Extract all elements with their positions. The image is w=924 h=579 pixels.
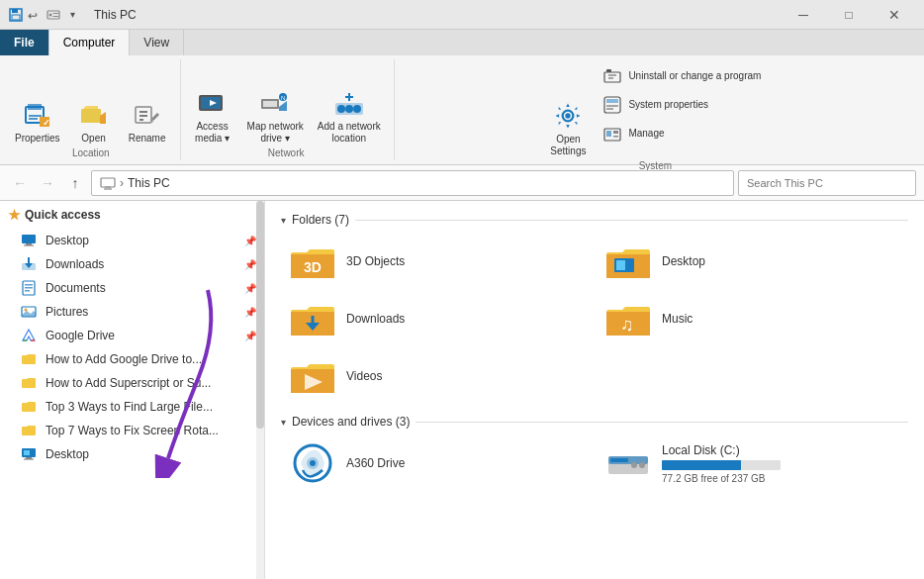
open-settings-button[interactable]: OpenSettings: [543, 97, 593, 160]
local-disk-name: Local Disk (C:): [662, 443, 781, 457]
rename-label: Rename: [129, 133, 166, 145]
desktop-sidebar-icon: [20, 232, 38, 249]
svg-rect-2: [12, 15, 20, 20]
dropdown-icon[interactable]: ▾: [64, 7, 80, 23]
folder-icon-howto4: [20, 422, 38, 439]
settings-icon: [552, 100, 584, 132]
scrollbar-track[interactable]: [256, 201, 264, 579]
folder-icon-howto1: [20, 350, 38, 368]
folder-item-videos[interactable]: Videos: [281, 349, 593, 403]
properties-quick-icon[interactable]: [46, 7, 61, 23]
sidebar-item-howto-rotation[interactable]: Top 7 Ways to Fix Screen Rota...: [0, 419, 264, 442]
quick-access-star-icon: ★: [8, 207, 21, 223]
downloads-sidebar-icon: [20, 255, 38, 273]
ribbon: File Computer View: [0, 30, 924, 165]
svg-rect-47: [613, 131, 618, 134]
sidebar-howto-superscript-label: How to Add Superscript or Su...: [46, 376, 256, 390]
uninstall-label: Uninstall or change a program: [628, 70, 761, 82]
folder-videos-icon: [289, 355, 336, 397]
svg-marker-65: [23, 330, 35, 340]
open-button[interactable]: Open: [69, 96, 119, 147]
sidebar-item-google-drive[interactable]: Google Drive 📌: [0, 324, 264, 347]
uninstall-button[interactable]: Uninstall or change a program: [597, 63, 767, 89]
add-network-button[interactable]: Add a networklocation: [313, 84, 386, 147]
drives-collapse-button[interactable]: ▾: [281, 417, 286, 428]
sidebar-item-desktop[interactable]: Desktop 📌: [0, 229, 264, 252]
tab-file[interactable]: File: [0, 30, 49, 55]
pictures-sidebar-icon: [20, 303, 38, 321]
sidebar-item-downloads[interactable]: Downloads 📌: [0, 252, 264, 276]
sidebar-item-howto-large[interactable]: Top 3 Ways to Find Large File...: [0, 395, 264, 419]
drive-item-a360[interactable]: A360 Drive: [281, 436, 593, 490]
svg-point-36: [566, 113, 571, 118]
tab-computer[interactable]: Computer: [49, 30, 131, 55]
folder-item-3dobjects[interactable]: 3D 3D Objects: [281, 235, 593, 288]
sidebar: ★ Quick access Desktop 📌: [0, 201, 265, 579]
svg-rect-26: [263, 101, 277, 107]
maximize-button[interactable]: □: [827, 4, 871, 26]
svg-rect-75: [616, 260, 625, 270]
up-button[interactable]: ↑: [63, 171, 87, 195]
access-media-button[interactable]: Accessmedia ▾: [187, 84, 238, 147]
save-icon[interactable]: [8, 7, 24, 23]
folder-3dobjects-label: 3D Objects: [346, 254, 405, 268]
tab-view[interactable]: View: [130, 30, 184, 55]
manage-button[interactable]: Manage: [597, 121, 767, 146]
svg-point-5: [49, 13, 52, 16]
desktop2-sidebar-icon: [20, 445, 38, 463]
main-layout: ★ Quick access Desktop 📌: [0, 201, 924, 579]
sidebar-item-desktop2[interactable]: Desktop: [0, 442, 264, 466]
pin-icon-desktop: 📌: [244, 236, 256, 246]
sidebar-item-documents[interactable]: Documents 📌: [0, 276, 264, 300]
local-disk-info: Local Disk (C:) 77.2 GB free of 237 GB: [662, 443, 781, 484]
open-label: Open: [81, 133, 105, 145]
folders-collapse-button[interactable]: ▾: [281, 215, 286, 226]
scrollbar-thumb[interactable]: [256, 201, 264, 429]
folders-grid: 3D 3D Objects Desktop: [281, 235, 908, 403]
close-button[interactable]: ✕: [873, 4, 916, 26]
svg-rect-61: [25, 290, 30, 292]
map-network-button[interactable]: N Map networkdrive ▾: [242, 84, 309, 147]
address-path[interactable]: › This PC: [91, 170, 734, 196]
drives-section-label: Devices and drives (3): [292, 415, 410, 429]
svg-point-31: [345, 105, 353, 113]
properties-button[interactable]: ✓ Properties: [10, 96, 65, 147]
svg-rect-14: [81, 109, 101, 123]
svg-rect-70: [24, 450, 30, 455]
folder-downloads-label: Downloads: [346, 312, 405, 326]
folder-item-downloads[interactable]: Downloads: [281, 292, 593, 345]
rename-button[interactable]: Rename: [123, 96, 172, 147]
system-buttons: OpenSettings Uninstall or: [543, 59, 767, 160]
access-media-icon: [197, 87, 229, 119]
svg-marker-64: [22, 311, 36, 317]
forward-button[interactable]: →: [36, 171, 59, 195]
svg-rect-48: [613, 136, 618, 138]
undo-icon[interactable]: ↩: [27, 7, 43, 23]
sidebar-item-howto-gdrive[interactable]: How to Add Google Drive to...: [0, 347, 264, 371]
folder-item-music[interactable]: ♫ Music: [597, 292, 908, 345]
drives-divider: [416, 422, 908, 423]
svg-point-85: [639, 462, 645, 468]
quick-access-header[interactable]: ★ Quick access: [0, 201, 264, 229]
system-props-button[interactable]: System properties: [597, 92, 767, 118]
search-input[interactable]: [738, 170, 916, 196]
sidebar-howto-rotation-label: Top 7 Ways to Fix Screen Rota...: [46, 424, 256, 437]
sidebar-gdrive-label: Google Drive: [46, 329, 236, 342]
rename-icon: [132, 99, 163, 131]
properties-label: Properties: [15, 133, 60, 145]
minimize-button[interactable]: ─: [782, 4, 825, 26]
open-settings-label: OpenSettings: [550, 134, 586, 157]
location-buttons: ✓ Properties Open: [10, 59, 172, 147]
back-button[interactable]: ←: [8, 171, 32, 195]
sidebar-desktop2-label: Desktop: [46, 447, 256, 461]
drive-item-local-disk[interactable]: Local Disk (C:) 77.2 GB free of 237 GB: [597, 436, 908, 490]
folder-item-desktop[interactable]: Desktop: [597, 235, 908, 288]
google-drive-sidebar-icon: [20, 327, 38, 344]
sidebar-item-pictures[interactable]: Pictures 📌: [0, 300, 264, 324]
folders-section-label: Folders (7): [292, 213, 349, 227]
svg-point-30: [337, 105, 345, 113]
folder-music-label: Music: [662, 312, 693, 326]
sidebar-item-howto-superscript[interactable]: How to Add Superscript or Su...: [0, 371, 264, 395]
sidebar-pictures-label: Pictures: [46, 305, 236, 319]
manage-icon: [602, 124, 622, 144]
